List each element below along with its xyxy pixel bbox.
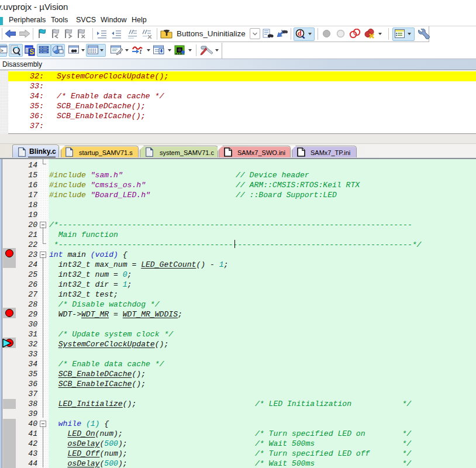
- svg-text:>: >: [1, 48, 4, 53]
- svg-text:d: d: [298, 29, 302, 37]
- svg-text:t: t: [140, 49, 142, 55]
- svg-text:S: S: [30, 48, 35, 56]
